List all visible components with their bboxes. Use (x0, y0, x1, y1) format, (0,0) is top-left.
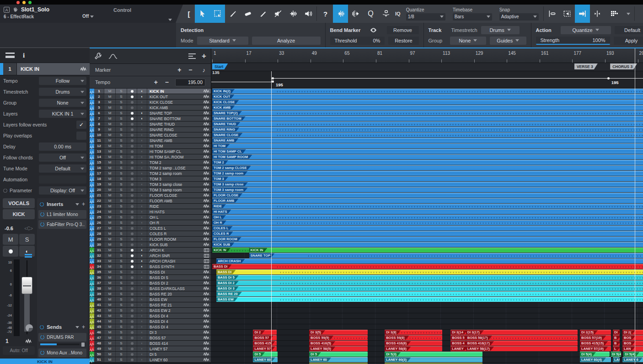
record-arm-button[interactable] (127, 182, 137, 187)
clip[interactable]: DI 2 (253, 330, 276, 335)
arrangement-lane[interactable]: TOM 2 samp room (211, 171, 643, 176)
arrangement-lane[interactable]: BASS DI 3 (211, 286, 643, 291)
inspector-value-select[interactable]: Follow (39, 77, 86, 85)
clip[interactable]: TOM 3 samp room (212, 187, 643, 192)
mute-button[interactable]: M (104, 269, 116, 274)
arrangement-lane[interactable]: TOM 2 (211, 160, 643, 165)
arrangement-lane[interactable]: HI HATS (211, 209, 643, 215)
solo-button[interactable]: S (116, 313, 127, 318)
power-icon[interactable] (3, 189, 7, 193)
monitor-button[interactable]: ◐ (137, 226, 147, 231)
track-row[interactable]: 49MS◐LANEY 57 (90, 346, 211, 352)
track-row[interactable]: 19MS◐TOM 3 samp close (90, 182, 211, 187)
mute-button[interactable]: M (104, 94, 116, 99)
clip[interactable]: SNARE AMB (212, 138, 643, 143)
monitor-button[interactable]: ◐ (137, 313, 147, 318)
clip[interactable]: BOSS 5 (450, 335, 466, 340)
clip[interactable]: SNARE RING (212, 127, 643, 132)
listen-tool[interactable] (300, 5, 316, 23)
track-color-icon[interactable] (90, 346, 94, 351)
monitor-button[interactable]: ◐ (137, 193, 147, 198)
record-arm-button[interactable] (127, 198, 137, 203)
solo-button[interactable]: S (116, 291, 127, 296)
inspector-value-field[interactable]: 0.00 ms (39, 142, 86, 151)
track-row[interactable]: 9MS◐SNARE RING (90, 127, 211, 132)
snap-select[interactable]: Adaptive (499, 13, 539, 21)
solo-button[interactable]: S (116, 105, 127, 110)
inspector-value-select[interactable]: None (39, 99, 86, 107)
timebase-select[interactable]: Bars (453, 13, 492, 21)
timestretch-select[interactable]: Drums (481, 26, 520, 34)
record-arm-button[interactable] (127, 187, 137, 192)
mute-button[interactable]: M (104, 280, 116, 285)
clip[interactable]: DI 3(5) (309, 330, 368, 335)
clip[interactable]: OH R (212, 220, 643, 225)
arrangement-lane[interactable]: FLOOR CLOSE (211, 193, 643, 198)
monitor-button[interactable]: ◐ (137, 160, 147, 165)
arrangement-lane[interactable]: TOM 3 samp room (211, 187, 643, 193)
clip[interactable]: COLES L (212, 226, 643, 231)
track-color-icon[interactable] (90, 94, 94, 99)
clip[interactable]: DI 5(4) (623, 352, 643, 357)
mute-button[interactable]: M (104, 220, 116, 225)
record-arm-button[interactable] (127, 346, 137, 351)
clip[interactable]: HI TOM (212, 143, 643, 148)
clip[interactable]: TOM 2 (212, 160, 643, 165)
arrangement-lane[interactable]: HI TOM SAMP CL (211, 149, 643, 154)
solo-button[interactable]: S (116, 231, 127, 236)
clip[interactable]: LANEY 57(19) (580, 346, 611, 351)
solo-button[interactable]: S (116, 286, 127, 291)
clip[interactable]: OH L (212, 215, 643, 220)
track-color-icon[interactable] (90, 286, 94, 291)
solo-button[interactable]: S (116, 143, 127, 148)
track-row[interactable]: 41MS◐BASS RE 21 (90, 302, 211, 308)
monitor-button[interactable]: ◐ (137, 291, 147, 296)
track-color-icon[interactable] (90, 165, 94, 170)
solo-button[interactable]: S (116, 335, 127, 340)
clip[interactable]: DI 2(15) (580, 330, 611, 335)
automation-curve-icon[interactable] (108, 53, 118, 60)
clip[interactable]: LANEY 6 (622, 357, 643, 362)
solo-button[interactable]: S (116, 121, 127, 127)
record-arm-button[interactable] (127, 275, 137, 280)
track-color-icon[interactable] (90, 204, 94, 209)
clip[interactable]: HI HATS (212, 209, 643, 214)
monitor-button[interactable]: ◐ (137, 116, 147, 121)
track-row[interactable]: 39MS◐BASS RE 20 (90, 291, 211, 297)
clip[interactable]: DI 3(14 (450, 330, 466, 335)
clip[interactable]: DI 5(3) (385, 352, 482, 357)
hand-tool-icon[interactable] (12, 7, 18, 13)
clip[interactable]: BASS DI 3 (216, 286, 643, 291)
gain-value[interactable]: -0.6 (5, 226, 13, 231)
solo-button[interactable]: S (116, 330, 127, 335)
track-color-icon[interactable] (90, 231, 94, 236)
track-color-icon[interactable] (90, 324, 94, 329)
track-row[interactable]: 3MS◐KICK CLOSE (90, 100, 211, 105)
monitor-button[interactable]: ◐ (137, 220, 147, 225)
monitor-button[interactable]: ◐ (137, 286, 147, 291)
clip[interactable]: LANEY 60 (309, 357, 368, 362)
track-color-icon[interactable] (90, 89, 94, 94)
record-arm-button[interactable] (127, 193, 137, 198)
clip[interactable]: DI 3(8) (385, 330, 442, 335)
track-row[interactable]: 50MS◐DI 5 (90, 352, 211, 357)
clip[interactable]: HI TOM SAMP ROOM (212, 154, 643, 159)
minimize-window-button[interactable] (22, 1, 26, 4)
monitor-button[interactable]: ◐ (137, 258, 147, 264)
track-color-icon[interactable] (90, 280, 94, 285)
clip[interactable]: BOSS 416(5) (309, 341, 368, 346)
record-arm-button[interactable] (127, 357, 137, 362)
track-row[interactable]: 6MS◐SNARE TOP (90, 111, 211, 116)
monitor-button[interactable]: ◐ (137, 253, 147, 258)
mute-button[interactable]: M (104, 324, 116, 329)
record-arm-button[interactable] (127, 341, 137, 346)
solo-button[interactable]: S (116, 176, 127, 181)
track-color-icon[interactable] (90, 198, 94, 203)
guides-select[interactable]: Guides (490, 37, 526, 45)
arrangement-lane[interactable]: BASS DI 2 (211, 280, 643, 286)
record-arm-button[interactable] (127, 302, 137, 307)
record-arm-button[interactable] (127, 94, 137, 99)
monitor-button[interactable]: ◐ (137, 264, 147, 269)
arrangement-lane[interactable]: LANEY 57LANEY 58(5)LANEY 58(8)LANEYLANEY… (211, 346, 643, 352)
arrangement-lane[interactable] (211, 324, 643, 330)
